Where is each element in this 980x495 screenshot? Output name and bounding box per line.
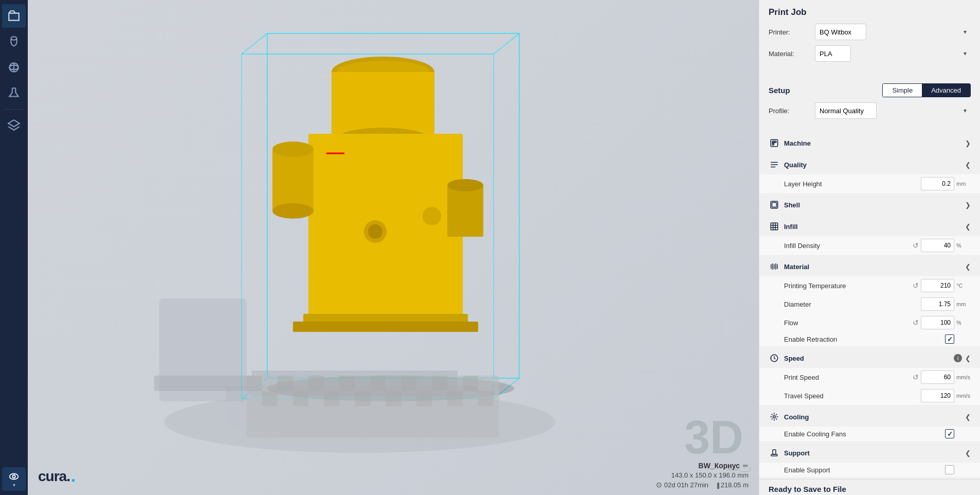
speed-icon: [769, 352, 780, 364]
view-expand-icon: ▾: [13, 482, 15, 488]
sidebar-item-sphere[interactable]: [2, 56, 26, 79]
quality-chevron: ❮: [965, 161, 971, 169]
shell-section-header[interactable]: Shell ❯: [759, 195, 980, 215]
viewport: cura.. 3D 3dlan___t BW_Корнус ✏ 143.0 x …: [28, 0, 759, 495]
print-temp-label: Printing Temperature: [784, 282, 913, 290]
svg-point-29: [273, 203, 314, 219]
support-label: Support: [784, 449, 965, 457]
machine-section-header[interactable]: Machine ❯: [759, 133, 980, 153]
svg-rect-43: [340, 376, 355, 391]
svg-rect-46: [432, 376, 448, 391]
print-speed-row: Print Speed ↺ mm/s: [759, 368, 980, 386]
svg-line-81: [776, 418, 777, 419]
infill-chevron: ❮: [965, 223, 971, 231]
print-temp-input[interactable]: [921, 279, 954, 292]
svg-rect-57: [772, 141, 774, 143]
print-job-title: Print Job: [769, 7, 971, 17]
svg-point-34: [423, 207, 441, 225]
material-select[interactable]: PLA ABS PETG TPU: [815, 45, 851, 62]
svg-rect-27: [273, 149, 314, 211]
print-temp-row: Printing Temperature ↺ °C: [759, 276, 980, 295]
object-dimensions: 143.0 x 150.0 x 196.0 mm: [671, 471, 749, 479]
travel-speed-unit: mm/s: [956, 393, 971, 399]
enable-support-checkbox[interactable]: [945, 465, 954, 474]
infill-density-row: Infill Density ↺ %: [759, 236, 980, 255]
speed-info-icon[interactable]: i: [954, 354, 962, 362]
flow-input[interactable]: [921, 316, 954, 329]
printer-select[interactable]: BQ Witbox Ultimaker 2 Prusa i3: [815, 24, 866, 40]
infill-density-reset[interactable]: ↺: [913, 241, 919, 250]
print-speed-reset[interactable]: ↺: [913, 373, 919, 381]
svg-point-28: [273, 142, 314, 157]
svg-rect-52: [386, 391, 401, 406]
diameter-input[interactable]: [921, 297, 954, 311]
print-speed-unit: mm/s: [956, 374, 971, 380]
svg-line-15: [494, 33, 520, 54]
profile-label: Profile:: [769, 107, 815, 115]
flow-reset[interactable]: ↺: [913, 319, 919, 327]
advanced-tab[interactable]: Advanced: [922, 84, 970, 97]
printer-select-wrapper: BQ Witbox Ultimaker 2 Prusa i3: [815, 24, 971, 40]
svg-rect-42: [309, 376, 324, 391]
cura-text: cura.: [38, 468, 70, 485]
cura-dot: .: [71, 467, 76, 486]
svg-rect-47: [463, 376, 478, 391]
machine-chevron: ❯: [965, 139, 971, 147]
flow-row: Flow ↺ %: [759, 313, 980, 332]
layer-height-unit: mm: [956, 181, 971, 187]
svg-point-77: [773, 416, 776, 418]
infill-density-input[interactable]: [921, 239, 954, 252]
travel-speed-input[interactable]: [921, 389, 954, 402]
shell-icon: [769, 199, 780, 210]
profile-select[interactable]: Normal Quality High Quality Low Quality …: [815, 102, 877, 119]
layer-height-input[interactable]: [921, 177, 954, 190]
enable-support-label: Enable Support: [784, 466, 945, 474]
simple-tab[interactable]: Simple: [883, 84, 922, 97]
printer-row: Printer: BQ Witbox Ultimaker 2 Prusa i3: [769, 24, 971, 40]
sidebar-item-vase[interactable]: [2, 30, 26, 54]
svg-point-0: [11, 37, 17, 40]
sidebar-item-layers[interactable]: [2, 114, 26, 137]
sidebar: ▾: [0, 0, 28, 495]
flow-unit: %: [956, 320, 971, 326]
layer-height-row: Layer Height mm: [759, 174, 980, 193]
sidebar-item-folder[interactable]: [2, 4, 26, 28]
print-speed-input[interactable]: [921, 370, 954, 384]
setup-toggle-group: Simple Advanced: [882, 83, 971, 97]
svg-rect-64: [772, 203, 777, 207]
material-section-header[interactable]: Material ❮: [759, 257, 980, 276]
infill-section-header[interactable]: Infill ❮: [759, 217, 980, 236]
infill-density-label: Infill Density: [784, 242, 913, 250]
svg-rect-54: [448, 391, 463, 406]
edit-icon[interactable]: ✏: [743, 462, 749, 470]
speed-section-header[interactable]: Speed i ❮: [759, 348, 980, 368]
infill-icon: [769, 221, 780, 232]
3d-scene: [28, 0, 759, 495]
svg-rect-65: [771, 223, 778, 230]
sidebar-item-view[interactable]: ▾: [2, 467, 26, 491]
right-panel: Print Job Printer: BQ Witbox Ultimaker 2…: [759, 0, 980, 495]
viewport-status: BW_Корнус ✏ 143.0 x 150.0 x 196.0 mm ⊙ 0…: [656, 462, 749, 489]
shell-chevron: ❯: [965, 201, 971, 209]
support-section-header[interactable]: Support ❮: [759, 443, 980, 463]
svg-rect-51: [355, 391, 370, 406]
ready-bar: Ready to Save to File Save to File: [759, 479, 980, 495]
diameter-unit: mm: [956, 301, 971, 307]
quality-section-header[interactable]: Quality ❮: [759, 155, 980, 174]
svg-point-31: [448, 179, 484, 191]
svg-rect-49: [293, 391, 309, 406]
print-temp-reset[interactable]: ↺: [913, 281, 919, 290]
material-row: Material: PLA ABS PETG TPU: [769, 45, 971, 62]
print-speed-label: Print Speed: [784, 374, 913, 381]
svg-line-14: [242, 33, 268, 54]
svg-rect-58: [775, 141, 776, 143]
speed-label: Speed: [784, 355, 954, 362]
machine-label: Machine: [784, 139, 965, 147]
cooling-fans-checkbox[interactable]: [945, 429, 954, 438]
enable-retraction-checkbox[interactable]: [945, 334, 954, 344]
sidebar-item-flask[interactable]: [2, 81, 26, 105]
svg-rect-30: [448, 185, 484, 237]
svg-rect-45: [401, 376, 417, 391]
cooling-section-header[interactable]: Cooling ❮: [759, 407, 980, 427]
setup-title: Setup: [769, 86, 790, 95]
